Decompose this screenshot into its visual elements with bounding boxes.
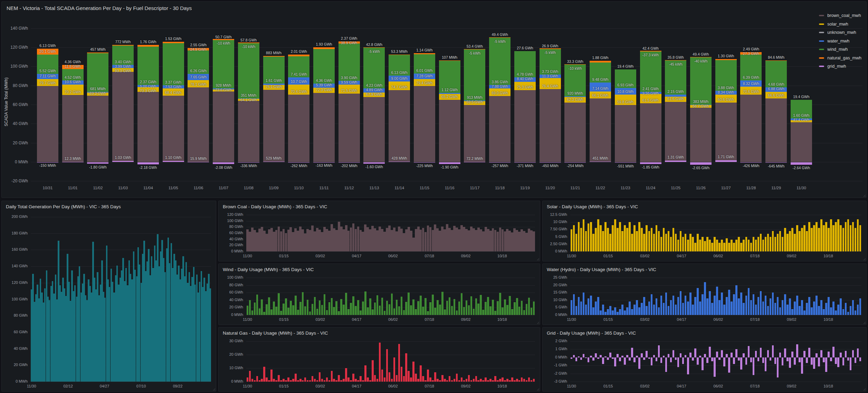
mini-bar[interactable] (523, 379, 525, 382)
mini-bar[interactable] (456, 310, 458, 315)
mini-bar[interactable] (360, 230, 362, 251)
mini-bar[interactable] (468, 230, 470, 251)
mini-bar[interactable] (314, 231, 316, 251)
mini-bar[interactable] (254, 303, 256, 315)
mini-bar[interactable] (393, 228, 395, 251)
mini-bar[interactable] (355, 229, 357, 251)
mini-bar[interactable] (278, 227, 280, 251)
mini-bar[interactable] (714, 357, 716, 377)
mini-bar[interactable] (791, 309, 793, 315)
mini-bar[interactable] (364, 365, 366, 382)
mini-bar[interactable] (316, 228, 318, 251)
mini-bar[interactable] (408, 293, 410, 315)
segment-ga[interactable] (564, 64, 586, 65)
mini-bar[interactable] (340, 380, 342, 382)
mini-bar[interactable] (333, 379, 335, 382)
mini-bar[interactable] (770, 298, 772, 315)
segment-ga[interactable] (87, 52, 108, 53)
mini-bar[interactable] (454, 379, 456, 382)
mini-bar[interactable] (575, 234, 578, 251)
mini-bar[interactable] (600, 225, 602, 251)
mini-bar[interactable] (595, 228, 597, 251)
mini-bar[interactable] (309, 311, 311, 315)
mini-bar[interactable] (480, 379, 482, 382)
legend-item-water_mwh[interactable]: water_mwh (819, 37, 861, 46)
segment-wi[interactable] (338, 44, 360, 81)
mini-bar[interactable] (774, 237, 776, 251)
mini-bar[interactable] (777, 234, 779, 251)
mini-bar[interactable] (350, 303, 352, 315)
mini-bar[interactable] (653, 234, 655, 251)
mini-bar[interactable] (653, 305, 655, 315)
mini-bar[interactable] (753, 294, 755, 315)
mini-bar[interactable] (384, 377, 386, 382)
mini-bar[interactable] (660, 237, 662, 251)
mini-bar[interactable] (393, 308, 395, 315)
mini-bar[interactable] (711, 243, 713, 251)
mini-bar[interactable] (369, 229, 371, 251)
mini-bar[interactable] (343, 229, 345, 251)
panel-title[interactable]: Grid - Daily Usage (MWh) - 365 Days - VI… (543, 327, 866, 336)
mini-bar[interactable] (697, 234, 699, 251)
mini-bar[interactable] (477, 228, 480, 251)
mini-bar[interactable] (815, 353, 818, 357)
mini-bar[interactable] (345, 368, 347, 382)
mini-bar[interactable] (405, 353, 407, 382)
mini-bar[interactable] (451, 380, 453, 382)
segment-grid[interactable] (338, 162, 360, 163)
mini-bar[interactable] (828, 228, 830, 251)
mini-bar[interactable] (592, 234, 594, 251)
segment-bc[interactable] (590, 98, 611, 162)
mini-bar[interactable] (364, 291, 366, 315)
mini-bar[interactable] (432, 380, 434, 382)
mini-bar[interactable] (502, 307, 504, 315)
mini-bar[interactable] (420, 296, 422, 315)
mini-bar[interactable] (748, 240, 750, 251)
mini-bar[interactable] (403, 310, 405, 315)
mini-bar[interactable] (619, 309, 621, 315)
segment-bc[interactable] (213, 92, 234, 162)
mini-bar[interactable] (263, 312, 265, 315)
mini-bar[interactable] (259, 380, 261, 382)
mini-bar[interactable] (506, 305, 508, 315)
mini-bar[interactable] (485, 302, 487, 315)
panel-title[interactable]: Natural Gas - Daily Usage (MWh) - 365 Da… (219, 327, 540, 336)
mini-bar[interactable] (362, 232, 364, 251)
mini-bar[interactable] (794, 357, 796, 365)
mini-bar[interactable] (621, 231, 623, 251)
segment-ga[interactable] (363, 47, 385, 48)
mini-bar[interactable] (463, 380, 465, 382)
mini-bar[interactable] (588, 357, 590, 362)
mini-bar[interactable] (470, 296, 473, 315)
mini-bar[interactable] (499, 228, 502, 251)
mini-bar[interactable] (624, 225, 626, 251)
mini-bar[interactable] (689, 293, 691, 315)
mini-bar[interactable] (852, 222, 854, 251)
mini-bar[interactable] (588, 223, 590, 251)
mini-bar[interactable] (680, 353, 682, 357)
mini-bar[interactable] (396, 300, 398, 315)
mini-bar[interactable] (735, 240, 737, 251)
mini-bar[interactable] (857, 219, 859, 251)
segment-wi[interactable] (464, 49, 485, 100)
segment-wi[interactable] (489, 38, 511, 85)
mini-bar[interactable] (825, 303, 827, 315)
mini-bar[interactable] (704, 241, 706, 251)
segment-grid[interactable] (163, 161, 184, 162)
mini-bar[interactable] (673, 296, 675, 315)
mini-bar[interactable] (656, 225, 658, 251)
segment-bc[interactable] (564, 103, 586, 162)
mini-bar[interactable] (786, 305, 789, 315)
mini-bar[interactable] (726, 354, 728, 357)
mini-bar[interactable] (304, 306, 306, 315)
segment-bc[interactable] (163, 96, 184, 161)
mini-bar[interactable] (427, 370, 429, 382)
mini-bar[interactable] (331, 298, 333, 315)
mini-bar[interactable] (694, 243, 696, 251)
mini-bar[interactable] (825, 357, 827, 372)
mini-bar[interactable] (482, 380, 484, 382)
mini-bar[interactable] (726, 238, 728, 251)
mini-bar[interactable] (528, 229, 530, 251)
mini-bar[interactable] (499, 379, 501, 382)
mini-bar[interactable] (580, 357, 582, 360)
